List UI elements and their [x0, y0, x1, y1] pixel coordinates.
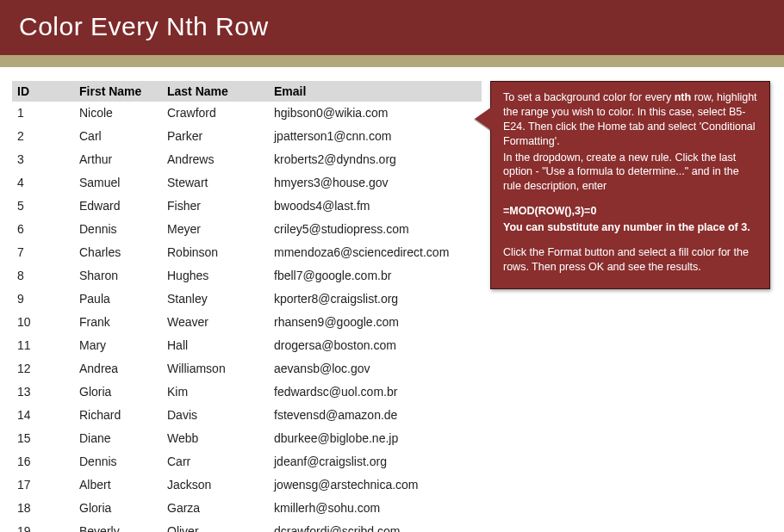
table-row: 3ArthurAndrewskroberts2@dyndns.org — [12, 148, 482, 171]
cell-id: 6 — [12, 218, 74, 241]
col-header-id: ID — [12, 81, 74, 102]
cell-first: Charles — [74, 241, 162, 264]
table-row: 11MaryHalldrogersa@boston.com — [12, 334, 482, 357]
table-row: 19BeverlyOliverdcrawfordi@scribd.com — [12, 520, 482, 532]
cell-email: criley5@studiopress.com — [269, 218, 482, 241]
cell-email: fbell7@google.com.br — [269, 264, 482, 288]
cell-id: 9 — [12, 288, 74, 311]
callout-formula: =MOD(ROW(),3)=0 — [503, 204, 757, 219]
cell-first: Andrea — [74, 357, 162, 380]
cell-last: Williamson — [162, 357, 269, 380]
cell-last: Parker — [162, 125, 269, 148]
col-header-last: Last Name — [162, 81, 269, 102]
table-row: 10FrankWeaverrhansen9@google.com — [12, 311, 482, 334]
cell-last: Stanley — [162, 288, 269, 311]
cell-last: Meyer — [162, 218, 269, 241]
cell-last: Weaver — [162, 311, 269, 334]
cell-id: 7 — [12, 241, 74, 264]
cell-last: Hall — [162, 334, 269, 357]
table-header-row: ID First Name Last Name Email — [12, 81, 482, 102]
accent-bar — [0, 55, 784, 67]
cell-id: 10 — [12, 311, 74, 334]
cell-last: Hughes — [162, 264, 269, 288]
cell-id: 17 — [12, 473, 74, 497]
callout-nth: nth — [675, 91, 691, 103]
table-row: 6DennisMeyercriley5@studiopress.com — [12, 218, 482, 241]
cell-id: 5 — [12, 195, 74, 218]
cell-first: Dennis — [74, 218, 162, 241]
instruction-callout-wrap: To set a background color for every nth … — [490, 81, 775, 289]
table-row: 15DianeWebbdburkee@biglobe.ne.jp — [12, 427, 482, 450]
cell-first: Richard — [74, 404, 162, 427]
data-table-wrap: ID First Name Last Name Email 1NicoleCra… — [12, 81, 482, 532]
instruction-callout: To set a background color for every nth … — [490, 81, 770, 289]
cell-email: fstevensd@amazon.de — [269, 404, 482, 427]
table-row: 17AlbertJacksonjowensg@arstechnica.com — [12, 473, 482, 497]
cell-id: 4 — [12, 171, 74, 195]
cell-email: hgibson0@wikia.com — [269, 102, 482, 125]
cell-id: 14 — [12, 404, 74, 427]
table-row: 14RichardDavisfstevensd@amazon.de — [12, 404, 482, 427]
cell-last: Webb — [162, 427, 269, 450]
cell-first: Albert — [74, 473, 162, 497]
cell-email: kmillerh@sohu.com — [269, 497, 482, 520]
table-row: 5EdwardFisherbwoods4@last.fm — [12, 195, 482, 218]
cell-id: 8 — [12, 264, 74, 288]
cell-email: fedwardsc@uol.com.br — [269, 380, 482, 404]
cell-first: Dennis — [74, 450, 162, 473]
cell-first: Carl — [74, 125, 162, 148]
cell-first: Edward — [74, 195, 162, 218]
data-table: ID First Name Last Name Email 1NicoleCra… — [12, 81, 482, 532]
cell-email: bwoods4@last.fm — [269, 195, 482, 218]
cell-first: Gloria — [74, 497, 162, 520]
col-header-first: First Name — [74, 81, 162, 102]
cell-last: Garza — [162, 497, 269, 520]
cell-id: 12 — [12, 357, 74, 380]
cell-first: Samuel — [74, 171, 162, 195]
cell-id: 18 — [12, 497, 74, 520]
cell-last: Stewart — [162, 171, 269, 195]
table-row: 18GloriaGarzakmillerh@sohu.com — [12, 497, 482, 520]
cell-id: 2 — [12, 125, 74, 148]
table-row: 16DennisCarrjdeanf@craigslist.org — [12, 450, 482, 473]
callout-pointer-icon — [475, 107, 492, 131]
cell-email: kroberts2@dyndns.org — [269, 148, 482, 171]
cell-last: Crawford — [162, 102, 269, 125]
cell-last: Kim — [162, 380, 269, 404]
cell-first: Arthur — [74, 148, 162, 171]
cell-email: kporter8@craigslist.org — [269, 288, 482, 311]
cell-id: 15 — [12, 427, 74, 450]
cell-email: hmyers3@house.gov — [269, 171, 482, 195]
cell-last: Oliver — [162, 520, 269, 532]
cell-first: Mary — [74, 334, 162, 357]
cell-first: Frank — [74, 311, 162, 334]
cell-first: Gloria — [74, 380, 162, 404]
table-row: 9PaulaStanleykporter8@craigslist.org — [12, 288, 482, 311]
main-content: ID First Name Last Name Email 1NicoleCra… — [0, 67, 784, 532]
cell-last: Davis — [162, 404, 269, 427]
cell-email: aevansb@loc.gov — [269, 357, 482, 380]
cell-first: Diane — [74, 427, 162, 450]
callout-text: To set a background color for every — [503, 91, 675, 103]
cell-id: 13 — [12, 380, 74, 404]
table-row: 13GloriaKimfedwardsc@uol.com.br — [12, 380, 482, 404]
table-row: 7CharlesRobinsonmmendoza6@sciencedirect.… — [12, 241, 482, 264]
table-row: 4SamuelStewarthmyers3@house.gov — [12, 171, 482, 195]
cell-last: Fisher — [162, 195, 269, 218]
cell-first: Nicole — [74, 102, 162, 125]
cell-email: rhansen9@google.com — [269, 311, 482, 334]
callout-p1: To set a background color for every nth … — [503, 90, 757, 149]
col-header-email: Email — [269, 81, 482, 102]
cell-last: Robinson — [162, 241, 269, 264]
cell-email: dcrawfordi@scribd.com — [269, 520, 482, 532]
cell-email: jdeanf@craigslist.org — [269, 450, 482, 473]
cell-last: Jackson — [162, 473, 269, 497]
cell-last: Carr — [162, 450, 269, 473]
table-row: 1NicoleCrawfordhgibson0@wikia.com — [12, 102, 482, 125]
table-row: 2CarlParkerjpatterson1@cnn.com — [12, 125, 482, 148]
cell-id: 16 — [12, 450, 74, 473]
cell-id: 3 — [12, 148, 74, 171]
callout-p3: Click the Format button and select a fil… — [503, 245, 757, 275]
callout-p2: In the dropdown, create a new rule. Clic… — [503, 151, 757, 195]
cell-first: Sharon — [74, 264, 162, 288]
